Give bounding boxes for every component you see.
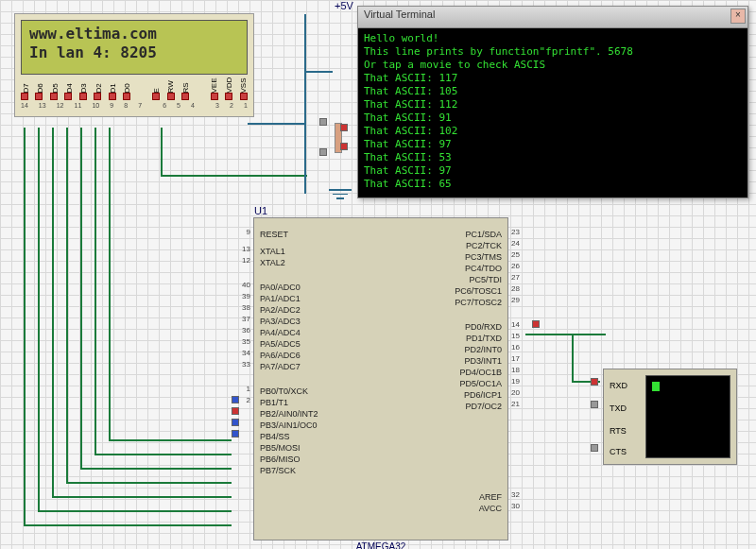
terminal-title: Virtual Terminal bbox=[364, 9, 435, 20]
lcd-line2: In lan 4: 8205 bbox=[29, 43, 239, 62]
pin-pb3: PB3/AIN1/OC0 bbox=[260, 420, 318, 430]
pin-avcc: AVCC bbox=[479, 504, 502, 513]
terminal-line: That ASCII: 112 bbox=[364, 98, 742, 112]
wire bbox=[94, 128, 96, 454]
wire bbox=[80, 128, 82, 468]
capacitor[interactable] bbox=[331, 118, 346, 156]
wire bbox=[109, 439, 232, 441]
pin-pb0: PB0/T0/XCK bbox=[260, 386, 308, 396]
wire bbox=[248, 123, 304, 125]
wire bbox=[24, 524, 232, 526]
pin-pb5: PB5/MOSI bbox=[260, 443, 301, 453]
mcu-atmega32[interactable]: U1 ATMEGA32 RESET 9 XTAL1 13 XTAL2 12 PA… bbox=[253, 217, 508, 540]
power-5v-label: +5V bbox=[335, 0, 353, 11]
terminal-output: Hello world! This line prints by functio… bbox=[358, 28, 747, 195]
wire bbox=[109, 128, 111, 439]
lcd-pin-numbers: 1413121110987654321 bbox=[15, 100, 253, 111]
pin-pd4: PD4/OC1B bbox=[459, 368, 502, 377]
lcd-module[interactable]: www.eltima.com In lan 4: 8205 D7D6D5D4D3… bbox=[14, 13, 254, 117]
mcu-part-name: ATMEGA32 bbox=[356, 541, 406, 549]
pin-pc2: PC2/TCK bbox=[466, 241, 502, 250]
pin-pd7: PD7/OC2 bbox=[465, 402, 502, 411]
pin-pa2: PA2/ADC2 bbox=[260, 305, 301, 315]
pin-pc1: PC1/SDA bbox=[465, 230, 502, 239]
terminal-line: That ASCII: 105 bbox=[364, 85, 742, 98]
wire bbox=[304, 71, 333, 73]
pin-pb7: PB7/SCK bbox=[260, 466, 296, 475]
pin-pd3: PD3/INT1 bbox=[464, 356, 502, 366]
close-icon[interactable]: × bbox=[730, 9, 746, 24]
terminal-line: That ASCII: 97 bbox=[364, 164, 742, 178]
pin-pa3: PA3/ADC3 bbox=[260, 317, 301, 326]
wire bbox=[24, 128, 26, 524]
pin-pd5: PD5/OC1A bbox=[459, 379, 502, 388]
pin-pb2: PB2/AIN0/INT2 bbox=[260, 409, 318, 419]
pad bbox=[591, 401, 598, 408]
pin-pc5: PC5/TDI bbox=[469, 275, 502, 284]
terminal-line: That ASCII: 91 bbox=[364, 112, 742, 125]
terminal-line: Or tap a movie to check ASCIS bbox=[364, 59, 742, 72]
pin-pa7: PA7/ADC7 bbox=[260, 362, 301, 371]
wire bbox=[38, 510, 232, 512]
wire bbox=[38, 128, 40, 510]
wire bbox=[94, 454, 232, 455]
pin-pb1: PB1/T1 bbox=[260, 398, 288, 407]
wire bbox=[52, 128, 54, 496]
mcu-ref: U1 bbox=[254, 205, 267, 216]
wire bbox=[52, 496, 232, 498]
lcd-line1: www.eltima.com bbox=[29, 25, 239, 43]
pin-pc7: PC7/TOSC2 bbox=[455, 298, 502, 307]
pin-pd1-txd: PD1/TXD bbox=[466, 334, 502, 343]
serial-screen bbox=[645, 375, 730, 458]
pin-aref: AREF bbox=[479, 492, 502, 502]
wire bbox=[66, 482, 232, 484]
pin-pa5: PA5/ADC5 bbox=[260, 339, 301, 349]
wire bbox=[66, 128, 68, 482]
wire bbox=[161, 128, 163, 175]
pin-xtal1: XTAL1 bbox=[260, 247, 285, 256]
pin-pb4: PB4/SS bbox=[260, 432, 290, 441]
pin-pa0: PA0/ADC0 bbox=[260, 283, 301, 292]
pad bbox=[591, 378, 598, 386]
serial-pin-cts: CTS bbox=[610, 447, 627, 456]
pin-pd0-rxd: PD0/RXD bbox=[465, 322, 502, 332]
virtual-serial-device[interactable]: RXD TXD RTS CTS bbox=[603, 369, 737, 465]
terminal-line: That ASCII: 97 bbox=[364, 138, 742, 151]
wire bbox=[161, 175, 307, 177]
pad bbox=[591, 444, 598, 452]
pin-pc6: PC6/TOSC1 bbox=[455, 286, 502, 296]
terminal-line: Hello world! bbox=[364, 32, 742, 45]
pin-xtal2: XTAL2 bbox=[260, 258, 285, 267]
wire bbox=[80, 468, 232, 470]
pin-pd2: PD2/INT0 bbox=[464, 345, 502, 354]
wire-txd bbox=[572, 334, 574, 381]
terminal-line: That ASCII: 102 bbox=[364, 125, 742, 138]
pin-pd6: PD6/ICP1 bbox=[464, 390, 502, 400]
lcd-pin-pads bbox=[15, 93, 253, 100]
terminal-line: That ASCII: 117 bbox=[364, 72, 742, 85]
terminal-line: This line prints by function"fprintf". 5… bbox=[364, 45, 742, 59]
wire bbox=[304, 14, 306, 194]
lcd-screen: www.eltima.com In lan 4: 8205 bbox=[21, 20, 248, 75]
virtual-terminal-window[interactable]: Virtual Terminal × Hello world! This lin… bbox=[357, 6, 748, 198]
terminal-line: That ASCII: 65 bbox=[364, 178, 742, 191]
pin-pa4: PA4/ADC4 bbox=[260, 328, 301, 337]
pin-pc3: PC3/TMS bbox=[465, 252, 502, 262]
terminal-titlebar[interactable]: Virtual Terminal × bbox=[358, 7, 747, 28]
serial-pin-rts: RTS bbox=[610, 426, 627, 436]
pin-pa1: PA1/ADC1 bbox=[260, 294, 301, 303]
lcd-pin-labels: D7D6D5D4D3D2D1D0ERWRSVEEVDDVSS bbox=[15, 80, 253, 93]
pin-reset: RESET bbox=[260, 230, 288, 239]
wire-txd bbox=[525, 334, 606, 335]
serial-pin-txd: TXD bbox=[610, 403, 627, 413]
pin-pb6: PB6/MISO bbox=[260, 455, 301, 464]
pin-pc4: PC4/TDO bbox=[465, 264, 502, 273]
pin-pa6: PA6/ADC6 bbox=[260, 351, 301, 360]
serial-pin-rxd: RXD bbox=[610, 381, 627, 390]
terminal-line: That ASCII: 53 bbox=[364, 151, 742, 164]
